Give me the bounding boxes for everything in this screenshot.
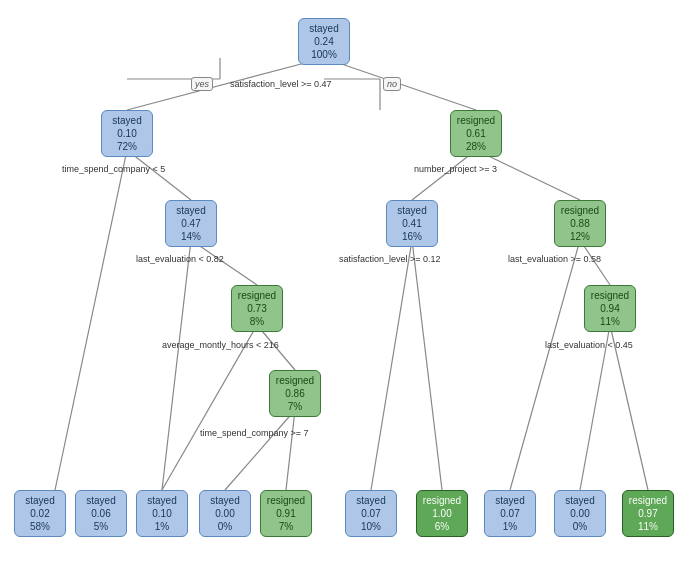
svg-line-6 (162, 240, 191, 490)
tree-label-2: no (383, 77, 401, 91)
svg-line-17 (286, 410, 295, 490)
tree-label-0: satisfaction_level >= 0.47 (230, 79, 332, 89)
tree-label-4: number_project >= 3 (414, 164, 497, 174)
tree-node-n5: resigned0.8812% (554, 200, 606, 247)
svg-line-8 (371, 240, 412, 490)
svg-line-2 (55, 150, 127, 490)
svg-line-9 (412, 240, 442, 490)
svg-line-4 (412, 150, 476, 200)
tree-node-l10: resigned0.9711% (622, 490, 674, 537)
tree-node-n3: stayed0.4714% (165, 200, 217, 247)
tree-node-l8: stayed0.071% (484, 490, 536, 537)
tree-node-l9: stayed0.000% (554, 490, 606, 537)
svg-line-16 (225, 410, 295, 490)
tree-node-l7: resigned1.006% (416, 490, 468, 537)
svg-line-10 (510, 240, 580, 490)
tree-label-7: last_evaluation >= 0.58 (508, 254, 601, 264)
tree-node-l5: resigned0.917% (260, 490, 312, 537)
tree-node-n7: resigned0.9411% (584, 285, 636, 332)
tree-node-root: stayed0.24100% (298, 18, 350, 65)
tree-node-n8: resigned0.867% (269, 370, 321, 417)
tree-label-1: yes (191, 77, 213, 91)
tree-node-n6: resigned0.738% (231, 285, 283, 332)
tree-node-n4: stayed0.4116% (386, 200, 438, 247)
tree-node-l4: stayed0.000% (199, 490, 251, 537)
tree-label-10: time_spend_company >= 7 (200, 428, 309, 438)
tree-label-5: last_evaluation < 0.82 (136, 254, 224, 264)
tree-node-n1: stayed0.1072% (101, 110, 153, 157)
tree-node-l2: stayed0.065% (75, 490, 127, 537)
tree-node-n2: resigned0.6128% (450, 110, 502, 157)
tree-label-9: last_evaluation < 0.45 (545, 340, 633, 350)
tree-label-6: satisfaction_level >= 0.12 (339, 254, 441, 264)
svg-line-3 (127, 150, 191, 200)
tree-label-8: average_montly_hours < 216 (162, 340, 279, 350)
tree-node-l1: stayed0.0258% (14, 490, 66, 537)
svg-line-5 (476, 150, 580, 200)
tree-node-l6: stayed0.0710% (345, 490, 397, 537)
tree-node-l3: stayed0.101% (136, 490, 188, 537)
tree-label-3: time_spend_company < 5 (62, 164, 165, 174)
